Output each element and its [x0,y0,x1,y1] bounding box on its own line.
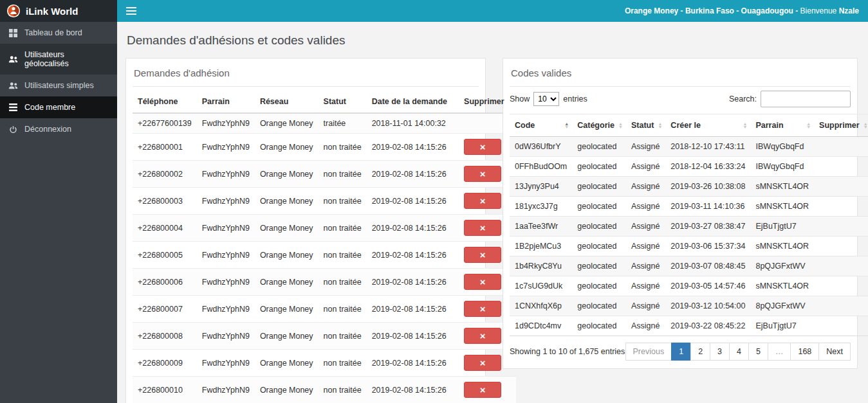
cell: 2019-02-08 14:15:26 [367,215,459,242]
cell-code: 1aaTee3fWr [510,217,572,237]
topbar: Orange Money - Burkina Faso - Ouagadougo… [117,0,868,22]
cell-creer-le: 2019-03-05 14:57:46 [665,276,750,296]
delete-button[interactable]: × [464,301,501,317]
hamburger-icon[interactable] [126,7,136,15]
table-row: 1B2pjeMCu3geolocatedAssigné2019-03-06 15… [510,237,868,256]
table-row: 181yxc3J7ggeolocatedAssigné2019-03-11 14… [510,197,868,217]
cell-code: 1b4RkyC8Yu [510,256,572,276]
column-header-categorie[interactable]: Catégorie▲▼ [572,114,626,137]
cell-code: 1CNXhfqX6p [510,296,572,316]
cell-code: 13Jyny3Pu4 [510,177,572,197]
page-button-168[interactable]: 168 [790,343,819,361]
sidebar-item-tableau-de-bord[interactable]: Tableau de bord [0,22,117,44]
column-header-code[interactable]: Code▲▼ [510,114,572,137]
sort-icon: ▲▼ [658,122,662,129]
column-label: Supprimer [819,121,860,130]
sidebar-item-utilisateurs-simples[interactable]: Utilisateurs simples [0,75,117,96]
adhesions-table-body: +22677600139FwdhzYphN9Orange Moneytraité… [133,113,516,403]
cell-supprimer [814,276,868,296]
delete-button[interactable]: × [464,220,501,236]
supprimer-cell: × [459,377,516,403]
cell: +226800010 [133,377,197,403]
page-button-previous[interactable]: Previous [625,343,672,361]
cell: FwdhzYphN9 [197,350,255,377]
delete-icon: × [480,250,486,260]
cell: 2019-02-08 14:15:26 [367,161,459,188]
cell: +226800002 [133,161,197,188]
cell-parrain: EjBuTjgtU7 [750,217,814,237]
cell: Orange Money [255,296,319,323]
users-icon [8,55,18,63]
cell-categorie: geolocated [572,137,626,157]
cell-code: 0FFhBudOOm [510,157,572,177]
cell: +226800005 [133,242,197,269]
cell: Orange Money [255,215,319,242]
cell: non traitée [319,215,367,242]
cell: 2019-02-08 14:15:26 [367,323,459,350]
topbar-username: Nzale [839,6,859,15]
table-row: +226800003FwdhzYphN9Orange Moneynon trai… [133,188,516,215]
delete-button[interactable]: × [464,355,501,371]
column-header-parrain[interactable]: Parrain▲▼ [750,114,814,137]
page-button-4[interactable]: 4 [729,343,749,361]
page-button-current[interactable]: 1 [671,343,691,361]
cell-code: 1c7sUG9dUk [510,276,572,296]
delete-button[interactable]: × [464,382,501,398]
sidebar-item-deconnexion[interactable]: Déconnexion [0,118,117,140]
codes-header-row: Code▲▼Catégorie▲▼Statut▲▼Créer le▲▼Parra… [510,114,868,137]
cell-categorie: geolocated [572,316,626,336]
delete-button[interactable]: × [464,166,501,182]
cell: +226800003 [133,188,197,215]
table-row: +226800002FwdhzYphN9Orange Moneynon trai… [133,161,516,188]
delete-icon: × [480,385,486,395]
delete-button[interactable]: × [464,247,501,263]
sidebar-item-utilisateurs-geolocalises[interactable]: Utilisateurs géolocalisés [0,44,117,75]
column-header-statut[interactable]: Statut▲▼ [626,114,665,137]
table-row: +226800010FwdhzYphN9Orange Moneynon trai… [133,377,516,403]
cell-supprimer [814,296,868,316]
table-row: +226800005FwdhzYphN9Orange Moneynon trai… [133,242,516,269]
page-button-5[interactable]: 5 [748,343,768,361]
search-input[interactable] [761,91,851,107]
delete-button[interactable]: × [464,274,501,290]
delete-button[interactable]: × [464,139,501,155]
column-label: Créer le [670,121,701,130]
delete-icon: × [480,196,486,206]
sort-icon: ▲▼ [863,122,868,129]
column-header-parrain: Parrain [197,91,255,113]
topbar-user-info: Orange Money - Burkina Faso - Ouagadougo… [625,6,859,15]
cell: non traitée [319,188,367,215]
page-button-2[interactable]: 2 [690,343,710,361]
delete-button[interactable]: × [464,193,501,209]
power-icon [8,125,18,134]
globe-logo-icon [6,4,21,18]
cell-creer-le: 2019-03-26 10:38:08 [665,177,750,197]
page-button-next[interactable]: Next [818,343,851,361]
page-size-select[interactable]: 10 [533,92,559,106]
cell-parrain: sMNSKTL4OR [750,197,814,217]
table-row: 1c7sUG9dUkgeolocatedAssigné2019-03-05 14… [510,276,868,296]
table-row: +226800004FwdhzYphN9Orange Moneynon trai… [133,215,516,242]
sidebar-item-label: Déconnexion [24,125,71,134]
page-button-3[interactable]: 3 [710,343,730,361]
codes-table-footer: Showing 1 to 10 of 1,675 entries Previou… [510,343,851,362]
column-header-supprimer: Supprimer [459,91,516,113]
brand[interactable]: iLink World [0,0,117,22]
pagination: Previous12345…168Next [625,343,851,361]
column-header-creer-le[interactable]: Créer le▲▼ [665,114,750,137]
column-header-supprimer[interactable]: Supprimer▲▼ [814,114,868,137]
dashboard-icon [8,29,18,37]
cell: Orange Money [255,188,319,215]
cell-statut: Assigné [626,316,665,336]
cell: Orange Money [255,113,319,134]
cell-supprimer [814,157,868,177]
table-row: 1CNXhfqX6pgeolocatedAssigné2019-03-12 10… [510,296,868,316]
sidebar-item-label: Utilisateurs géolocalisés [24,50,109,68]
cell-statut: Assigné [626,157,665,177]
cell: 2019-02-08 14:15:26 [367,377,459,403]
cell: FwdhzYphN9 [197,215,255,242]
cell: FwdhzYphN9 [197,296,255,323]
table-row: 0dW36UfbrYgeolocatedAssigné2018-12-10 17… [510,137,868,157]
delete-button[interactable]: × [464,328,501,344]
sidebar-item-code-membre[interactable]: Code membre [0,96,117,118]
